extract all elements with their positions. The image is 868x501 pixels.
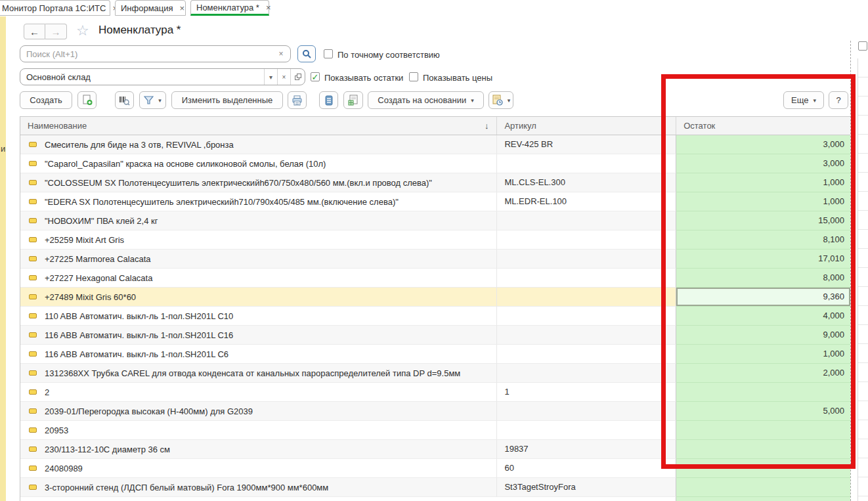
column-header-article[interactable]: Артикул [497,117,676,135]
table-row[interactable]: +27225 Marmorea Calacata 17,010 [20,250,850,269]
row-article[interactable] [497,154,676,173]
row-article[interactable] [497,307,676,326]
cell-name[interactable]: "НОВОХИМ" ПВА клей 2,4 кг [20,211,497,230]
cell-name[interactable]: +27489 Mixit Gris 60*60 [20,288,497,307]
row-stock[interactable]: 17,010 [676,250,850,269]
cell-name[interactable]: 2 [20,383,497,402]
table-row[interactable]: 110 ABB Автоматич. выкл-ль 1-пол.SH201L … [20,307,850,326]
row-stock[interactable]: 9,360 [676,288,850,307]
create-button[interactable]: Создать [20,91,72,109]
edit-selected-button[interactable]: Изменить выделенные [171,91,283,109]
row-article[interactable]: ML.CLS-EL.300 [497,173,676,192]
row-stock[interactable]: 5,000 [676,402,850,421]
table-row[interactable]: 230/113-112-10С диаметр 36 см 19837 [20,440,850,459]
chevron-down-icon[interactable]: ▾ [264,69,277,85]
cell-name[interactable]: 3-сторонний стенд (ЛДСП белый матовый) F… [20,478,497,497]
report-button[interactable] [343,91,363,109]
row-stock[interactable]: 3,000 [676,154,850,173]
row-stock[interactable] [676,459,850,478]
cell-name[interactable]: 1312368XX Трубка CAREL для отвода конден… [20,364,497,383]
row-article[interactable]: 19837 [497,440,676,459]
clear-icon[interactable]: × [277,69,290,85]
row-stock[interactable] [676,440,850,459]
column-header-name[interactable]: Наименование ↓ [20,117,497,135]
row-article[interactable]: REV-425 BR [497,135,676,154]
cell-name[interactable]: +27227 Hexagonal Calacata [20,269,497,288]
table-row[interactable]: 20953 [20,421,850,440]
row-stock[interactable]: 8,000 [676,269,850,288]
exact-match-checkbox[interactable] [324,49,333,58]
cell-name[interactable]: +25259 Mixit Art Gris [20,230,497,250]
more-button[interactable]: Еще ▾ [783,91,824,109]
row-article[interactable] [497,345,676,364]
warehouse-combo[interactable]: Основной склад ▾ × [20,68,305,85]
row-article[interactable] [497,211,676,230]
forward-button[interactable]: → [45,24,67,39]
panel-splitter[interactable] [850,41,851,501]
cell-name[interactable]: "EDERA SX Полотенцесушитель электрически… [20,192,497,211]
row-article[interactable] [497,421,676,440]
back-button[interactable]: ← [24,24,45,39]
search-clear-icon[interactable]: × [275,47,287,60]
table-row[interactable]: 24080989 60 [20,459,850,478]
row-stock[interactable]: 1,000 [676,345,850,364]
row-stock[interactable]: 2,000 [676,364,850,383]
cell-name[interactable]: +27225 Marmorea Calacata [20,250,497,269]
row-stock[interactable]: 9,000 [676,326,850,345]
search-button[interactable] [297,45,316,62]
row-article[interactable]: St3TagetStroyFora [497,478,676,497]
row-article[interactable] [497,326,676,345]
barcode-search-button[interactable] [115,91,134,109]
cell-name[interactable]: 116 ABB Автоматич. выкл-ль 1-пол.SH201L … [20,326,497,345]
right-panel-checkbox[interactable] [858,41,867,51]
row-stock[interactable] [676,383,850,402]
tab-information[interactable]: Информация × [115,0,186,16]
tab-nomenclature[interactable]: Номенклатура * × [190,0,269,16]
close-icon[interactable]: × [266,3,271,12]
row-article[interactable]: 60 [497,459,676,478]
create-group-button[interactable] [77,91,97,109]
sort-descending-icon[interactable]: ↓ [485,117,489,135]
row-article[interactable] [497,402,676,421]
list-settings-button[interactable] [319,91,338,109]
row-article[interactable]: ML.EDR-EL.100 [497,192,676,211]
row-stock[interactable]: 4,000 [676,307,850,326]
table-row[interactable]: "EDERA SX Полотенцесушитель электрически… [20,192,850,211]
cell-name[interactable]: Смеситель для биде на 3 отв, REVIVAL ,бр… [20,135,497,154]
row-stock[interactable]: 8,100 [676,230,850,250]
row-article[interactable] [497,230,676,250]
help-button[interactable]: ? [829,91,848,109]
row-stock[interactable]: 1,000 [676,192,850,211]
create-based-on-button[interactable]: Создать на основании ▾ [368,91,484,109]
row-article[interactable] [497,269,676,288]
cell-name[interactable]: 24080989 [20,459,497,478]
tab-monitor-portal[interactable]: Монитор Портала 1С:ИТС × [0,0,110,16]
print-button[interactable] [288,91,307,109]
table-row[interactable]: 2039-01/Перегородка высокая (Н-400мм) дл… [20,402,850,421]
table-row[interactable]: +27227 Hexagonal Calacata 8,000 [20,269,850,288]
cell-name[interactable]: 230/113-112-10С диаметр 36 см [20,440,497,459]
row-stock[interactable] [676,478,850,497]
row-stock[interactable]: 1,000 [676,173,850,192]
row-article[interactable] [497,288,676,307]
show-stock-checkbox[interactable]: ✓ [311,72,320,81]
table-row[interactable]: "НОВОХИМ" ПВА клей 2,4 кг 15,000 [20,211,850,230]
cell-name[interactable]: "Caparol_Capasilan" краска на основе сил… [20,154,497,173]
cell-name[interactable]: "COLOSSEUM SX Полотенцесушитель электрич… [20,173,497,192]
table-row[interactable]: 116 ABB Автоматич. выкл-ль 1-пол.SH201L … [20,345,850,364]
row-stock[interactable]: 15,000 [676,211,850,230]
row-article[interactable] [497,250,676,269]
cell-name[interactable]: 116 ABB Автоматич. выкл-ль 1-пол.SH201L … [20,345,497,364]
cell-name[interactable]: 2039-01/Перегородка высокая (Н-400мм) дл… [20,402,497,421]
cell-name[interactable]: 20953 [20,421,497,440]
show-prices-checkbox[interactable] [409,72,418,81]
row-article[interactable] [497,364,676,383]
table-row[interactable]: 3-сторонний стенд (ЛДСП белый матовый) F… [20,478,850,497]
table-row[interactable]: 1312368XX Трубка CAREL для отвода конден… [20,364,850,383]
table-row[interactable]: "Caparol_Capasilan" краска на основе сил… [20,154,850,173]
column-header-stock[interactable]: Остаток [676,117,850,135]
table-row[interactable]: +25259 Mixit Art Gris 8,100 [20,230,850,250]
table-row[interactable]: "COLOSSEUM SX Полотенцесушитель электрич… [20,173,850,192]
table-row[interactable]: Смеситель для биде на 3 отв, REVIVAL ,бр… [20,135,850,154]
row-stock[interactable]: 3,000 [676,135,850,154]
